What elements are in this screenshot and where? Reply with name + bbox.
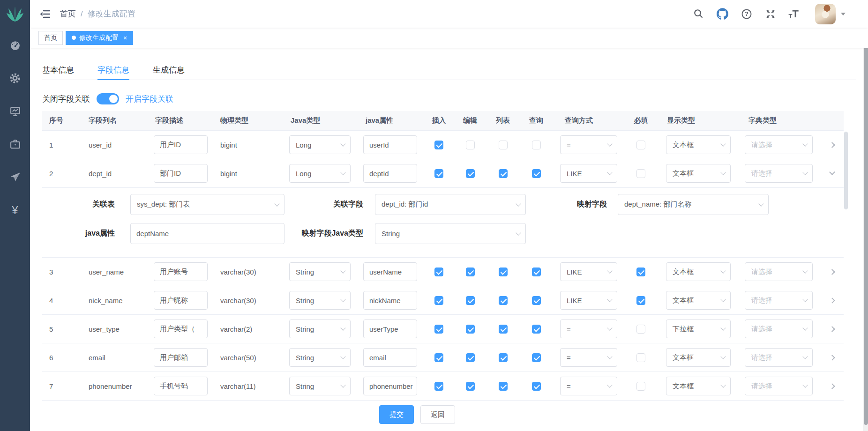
java-type-select[interactable]: String: [289, 348, 351, 367]
query-mode-select[interactable]: LIKE: [560, 291, 617, 310]
display-type-select[interactable]: 文本框: [666, 291, 731, 310]
java-attr-input[interactable]: deptId: [363, 164, 417, 183]
fullscreen-icon[interactable]: [765, 8, 776, 20]
query-mode-select[interactable]: =: [560, 377, 617, 395]
java-attr-input[interactable]: email: [363, 348, 417, 367]
description-input[interactable]: 部门ID: [154, 164, 208, 183]
java-attr-input[interactable]: userType: [363, 320, 417, 338]
list-checkbox[interactable]: [499, 296, 508, 305]
breadcrumb-home[interactable]: 首页: [60, 8, 76, 19]
java-type-select[interactable]: String: [289, 291, 351, 310]
java-attr-input[interactable]: userId: [363, 135, 417, 154]
insert-checkbox[interactable]: [434, 141, 443, 149]
dict-type-select[interactable]: 请选择: [745, 320, 813, 338]
sidebar-item-monitor[interactable]: [0, 96, 30, 128]
required-checkbox[interactable]: [636, 325, 645, 334]
query-checkbox[interactable]: [532, 169, 541, 178]
expand-row-chevron-icon[interactable]: [829, 355, 835, 361]
display-type-select[interactable]: 文本框: [666, 348, 731, 367]
java-type-select[interactable]: String: [289, 377, 351, 395]
list-checkbox[interactable]: [499, 382, 508, 391]
java-attr-input[interactable]: userName: [363, 262, 417, 281]
java-type-select[interactable]: String: [289, 320, 351, 338]
edit-checkbox[interactable]: [466, 325, 475, 334]
sidebar-item-system[interactable]: [0, 63, 30, 96]
back-button[interactable]: 返回: [420, 405, 455, 424]
dict-type-select[interactable]: 请选择: [745, 348, 813, 367]
query-mode-select[interactable]: LIKE: [560, 164, 617, 183]
required-checkbox[interactable]: [636, 169, 645, 178]
query-checkbox[interactable]: [532, 325, 541, 334]
sidebar-item-pay[interactable]: ¥: [0, 194, 30, 227]
edit-checkbox[interactable]: [466, 353, 475, 362]
edit-checkbox[interactable]: [466, 141, 475, 149]
font-size-icon[interactable]: TT: [789, 9, 799, 19]
user-menu[interactable]: [815, 4, 846, 24]
tab-field-info[interactable]: 字段信息: [97, 60, 129, 80]
display-type-select[interactable]: 文本框: [666, 262, 731, 281]
java-type-select[interactable]: Long: [289, 164, 351, 183]
display-type-select[interactable]: 下拉框: [666, 320, 731, 338]
user-avatar[interactable]: [815, 4, 836, 24]
expand-row-chevron-icon[interactable]: [829, 326, 835, 332]
association-table-select[interactable]: sys_dept: 部门表: [130, 194, 284, 215]
list-checkbox[interactable]: [499, 268, 508, 276]
submit-button[interactable]: 提交: [379, 405, 414, 424]
query-mode-select[interactable]: =: [560, 348, 617, 367]
java-type-select[interactable]: String: [289, 262, 351, 281]
query-checkbox[interactable]: [532, 353, 541, 362]
insert-checkbox[interactable]: [434, 325, 443, 334]
required-checkbox[interactable]: [636, 296, 645, 305]
app-logo[interactable]: [0, 0, 30, 30]
tag-active-page[interactable]: 修改生成配置 ×: [66, 31, 133, 45]
query-mode-select[interactable]: LIKE: [560, 262, 617, 281]
edit-checkbox[interactable]: [466, 169, 475, 178]
edit-checkbox[interactable]: [466, 296, 475, 305]
page-scrollbar-thumb[interactable]: [864, 1, 868, 425]
insert-checkbox[interactable]: [434, 296, 443, 305]
association-field-select[interactable]: dept_id: 部门id: [375, 194, 526, 215]
display-type-select[interactable]: 文本框: [666, 377, 731, 395]
java-attr-input[interactable]: nickName: [363, 291, 417, 310]
description-input[interactable]: 用户ID: [154, 135, 208, 154]
sidebar-item-tool[interactable]: [0, 128, 30, 161]
required-checkbox[interactable]: [636, 268, 645, 276]
mapping-field-select[interactable]: dept_name: 部门名称: [618, 194, 769, 215]
query-checkbox[interactable]: [532, 141, 541, 149]
panel-java-attr-input[interactable]: deptName: [130, 223, 284, 244]
search-icon[interactable]: [693, 8, 704, 19]
expand-row-chevron-icon[interactable]: [829, 383, 835, 389]
insert-checkbox[interactable]: [434, 382, 443, 391]
edit-checkbox[interactable]: [466, 268, 475, 276]
required-checkbox[interactable]: [636, 382, 645, 391]
query-checkbox[interactable]: [532, 268, 541, 276]
description-input[interactable]: 手机号码: [154, 377, 208, 395]
tab-generate-info[interactable]: 生成信息: [153, 60, 185, 80]
list-checkbox[interactable]: [499, 325, 508, 334]
insert-checkbox[interactable]: [434, 169, 443, 178]
tab-basic-info[interactable]: 基本信息: [42, 60, 74, 80]
query-checkbox[interactable]: [532, 382, 541, 391]
query-checkbox[interactable]: [532, 296, 541, 305]
java-attr-input[interactable]: phonenumber: [363, 377, 417, 395]
expand-row-chevron-icon[interactable]: [829, 142, 835, 148]
insert-checkbox[interactable]: [434, 353, 443, 362]
mapping-java-type-select[interactable]: String: [375, 223, 526, 244]
list-checkbox[interactable]: [499, 141, 508, 149]
dict-type-select[interactable]: 请选择: [745, 262, 813, 281]
description-input[interactable]: 用户类型（: [154, 320, 208, 338]
query-mode-select[interactable]: =: [560, 320, 617, 338]
sidebar-fold-icon[interactable]: [39, 9, 51, 19]
table-scrollbar-thumb[interactable]: [844, 132, 848, 209]
description-input[interactable]: 用户昵称: [154, 291, 208, 310]
github-icon[interactable]: [717, 8, 728, 20]
expand-row-chevron-icon[interactable]: [829, 169, 835, 175]
display-type-select[interactable]: 文本框: [666, 135, 731, 154]
query-mode-select[interactable]: =: [560, 135, 617, 154]
dict-type-select[interactable]: 请选择: [745, 377, 813, 395]
expand-row-chevron-icon[interactable]: [829, 297, 835, 304]
description-input[interactable]: 用户账号: [154, 262, 208, 281]
required-checkbox[interactable]: [636, 141, 645, 149]
help-icon[interactable]: ?: [741, 8, 752, 20]
dict-type-select[interactable]: 请选择: [745, 135, 813, 154]
